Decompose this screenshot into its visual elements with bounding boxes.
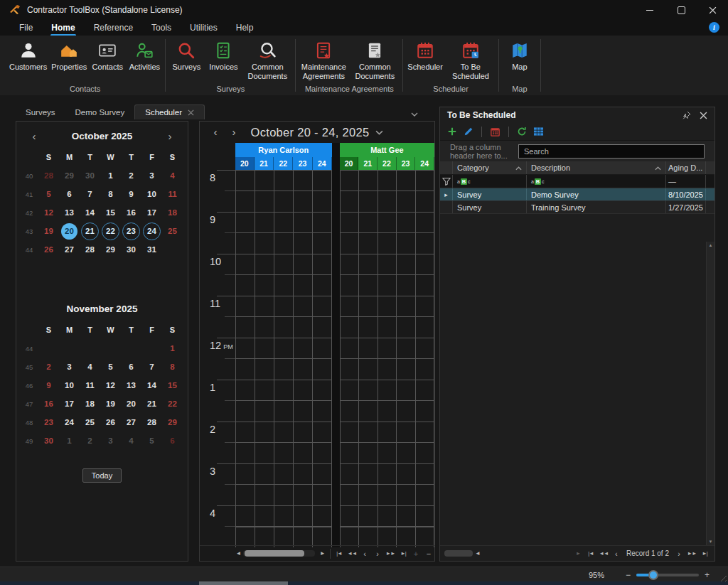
calendar-day[interactable]: 30: [38, 431, 59, 450]
calendar-day[interactable]: 16: [38, 395, 59, 413]
minimize-button[interactable]: [634, 0, 665, 20]
sched-nav-prev-fast-icon[interactable]: ◄◄: [346, 550, 358, 557]
resource-day-header[interactable]: 21: [255, 157, 274, 170]
menu-item-help[interactable]: Help: [227, 21, 263, 35]
calendar-day[interactable]: 19: [38, 222, 59, 240]
resource-day-header[interactable]: 20: [235, 157, 255, 170]
calendar-day[interactable]: 15: [162, 376, 183, 395]
sched-nav-minus-icon[interactable]: −: [423, 549, 434, 558]
resource-name-header[interactable]: Ryan Carlson: [235, 143, 332, 157]
resize-grip[interactable]: [718, 573, 727, 581]
ribbon-button-activities[interactable]: Activities: [126, 38, 163, 73]
pin-icon[interactable]: [682, 111, 691, 119]
calendar-day[interactable]: 15: [100, 203, 121, 222]
record-nav-first-icon[interactable]: |◄: [585, 550, 596, 557]
filter-cell[interactable]: aBc: [527, 175, 666, 188]
tab-scheduler[interactable]: Scheduler: [134, 104, 205, 119]
calendar-day[interactable]: 18: [80, 395, 100, 413]
calendar-day[interactable]: 18: [162, 203, 183, 222]
sched-nav-last-icon[interactable]: ►|: [397, 550, 409, 557]
calendar-day[interactable]: 30: [121, 240, 141, 259]
calendar-day[interactable]: 7: [141, 358, 162, 376]
calendar-day[interactable]: 27: [121, 413, 141, 431]
vscroll-up-icon[interactable]: ▲: [709, 243, 713, 247]
schedule-day-column[interactable]: [313, 170, 332, 547]
menu-item-file[interactable]: File: [10, 21, 42, 35]
column-header-category[interactable]: Category: [453, 161, 527, 174]
filter-cell[interactable]: aBc: [453, 175, 527, 188]
ribbon-button-scheduler[interactable]: Scheduler: [405, 38, 445, 73]
ribbon-button-invoices[interactable]: Invoices: [205, 38, 242, 73]
calendar-day[interactable]: 1: [59, 431, 80, 450]
ribbon-button-map[interactable]: Map: [501, 38, 538, 73]
scheduler-date-range[interactable]: October 20 - 24, 2025: [251, 126, 384, 139]
calendar-day[interactable]: 25: [162, 222, 183, 240]
schedule-button[interactable]: [490, 127, 500, 137]
calendar-day[interactable]: 28: [141, 413, 162, 431]
schedule-day-column[interactable]: [341, 170, 359, 547]
calendar-day[interactable]: 10: [141, 185, 162, 203]
grid-row[interactable]: SurveyTraining Survey1/27/2025: [440, 201, 714, 214]
filter-icon-cell[interactable]: [440, 175, 453, 188]
calendar-day[interactable]: 6: [162, 431, 183, 450]
calendar-day[interactable]: 20: [121, 395, 141, 413]
sched-nav-first-icon[interactable]: |◄: [333, 550, 345, 557]
resource-day-header[interactable]: 20: [340, 157, 359, 170]
calendar-day[interactable]: 30: [80, 166, 100, 185]
calendar-day[interactable]: 4: [80, 358, 100, 376]
sched-nav-prev-icon[interactable]: ‹: [359, 549, 370, 558]
calendar-day[interactable]: 8: [100, 185, 121, 203]
maximize-button[interactable]: [665, 0, 697, 20]
hscroll-left-icon[interactable]: ◄: [234, 550, 243, 557]
schedule-day-column[interactable]: [416, 170, 434, 547]
calendar-day[interactable]: 6: [121, 358, 141, 376]
calendar-day[interactable]: 9: [121, 185, 141, 203]
calendar-day[interactable]: 1: [100, 166, 121, 185]
calendar-day[interactable]: 28: [38, 166, 59, 185]
calendar-day[interactable]: 21: [80, 222, 100, 240]
hscroll-right-icon[interactable]: ►: [318, 550, 327, 557]
column-header-aging-d-[interactable]: Aging D...: [666, 161, 706, 174]
close-panel-icon[interactable]: [700, 112, 707, 119]
ribbon-button-surveys[interactable]: Surveys: [168, 38, 205, 73]
zoom-out-button[interactable]: −: [620, 570, 636, 580]
resource-day-header[interactable]: 22: [274, 157, 293, 170]
calendar-day[interactable]: 10: [59, 376, 80, 395]
schedule-grid-1[interactable]: [235, 170, 332, 547]
ribbon-button-customers[interactable]: Customers: [7, 38, 49, 73]
calendar-day[interactable]: 3: [100, 431, 121, 450]
calendar-day[interactable]: 2: [80, 431, 100, 450]
sched-nav-next-icon[interactable]: ›: [372, 549, 383, 558]
grid-hscroll-thumb[interactable]: [444, 550, 473, 557]
calendar-day[interactable]: 29: [100, 240, 121, 259]
calendar-day[interactable]: 4: [121, 431, 141, 450]
calendar-day[interactable]: 3: [141, 166, 162, 185]
ribbon-button-contacts[interactable]: Contacts: [89, 38, 126, 73]
calendar-day[interactable]: 2: [121, 166, 141, 185]
search-input[interactable]: [518, 144, 705, 159]
zoom-slider-thumb[interactable]: [648, 570, 658, 580]
calendar-day[interactable]: 29: [59, 166, 80, 185]
schedule-grid-2[interactable]: [340, 170, 434, 547]
calendar-day[interactable]: 29: [162, 413, 183, 431]
calendar-day[interactable]: 5: [100, 358, 121, 376]
record-nav-right-icon[interactable]: ►: [572, 550, 584, 557]
calendar-prev-icon[interactable]: ‹: [26, 128, 42, 144]
scheduler-next-button[interactable]: ›: [227, 124, 241, 139]
calendar-day[interactable]: 21: [141, 395, 162, 413]
hscroll-thumb[interactable]: [245, 550, 304, 557]
calendar-day[interactable]: 12: [100, 376, 121, 395]
schedule-day-column[interactable]: [274, 170, 294, 547]
resource-day-header[interactable]: 23: [293, 157, 312, 170]
schedule-day-column[interactable]: [397, 170, 415, 547]
edit-button[interactable]: [464, 127, 473, 136]
calendar-day[interactable]: 14: [141, 376, 162, 395]
calendar-day[interactable]: 4: [162, 166, 183, 185]
calendar-day[interactable]: 23: [121, 222, 141, 240]
tab-demo-survey[interactable]: Demo Survey: [65, 105, 135, 119]
calendar-day[interactable]: 13: [59, 203, 80, 222]
scheduler-prev-button[interactable]: ‹: [208, 124, 223, 139]
calendar-day[interactable]: 5: [38, 185, 59, 203]
schedule-day-column[interactable]: [359, 170, 378, 547]
calendar-day[interactable]: 8: [162, 358, 183, 376]
